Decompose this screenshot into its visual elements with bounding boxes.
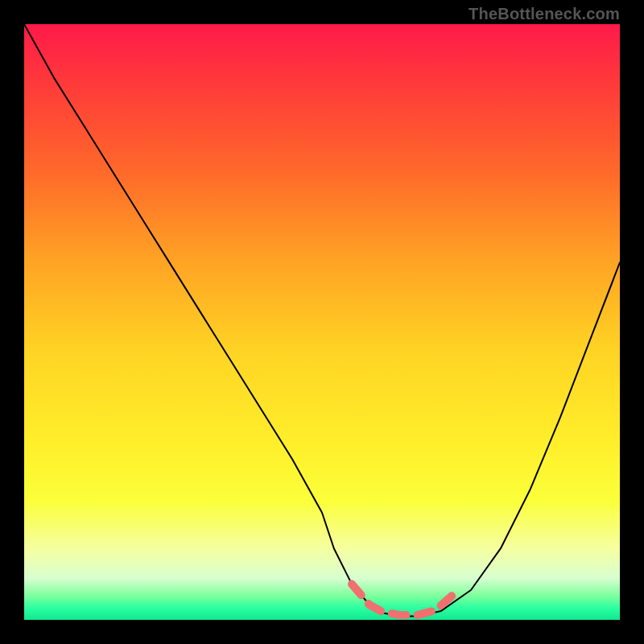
plot-area [24,24,620,620]
chart-svg [24,24,620,620]
watermark-text: TheBottleneck.com [469,5,620,23]
bottleneck-curve [24,24,620,617]
chart-frame: TheBottleneck.com [0,0,644,644]
optimal-range-marker [352,584,453,616]
